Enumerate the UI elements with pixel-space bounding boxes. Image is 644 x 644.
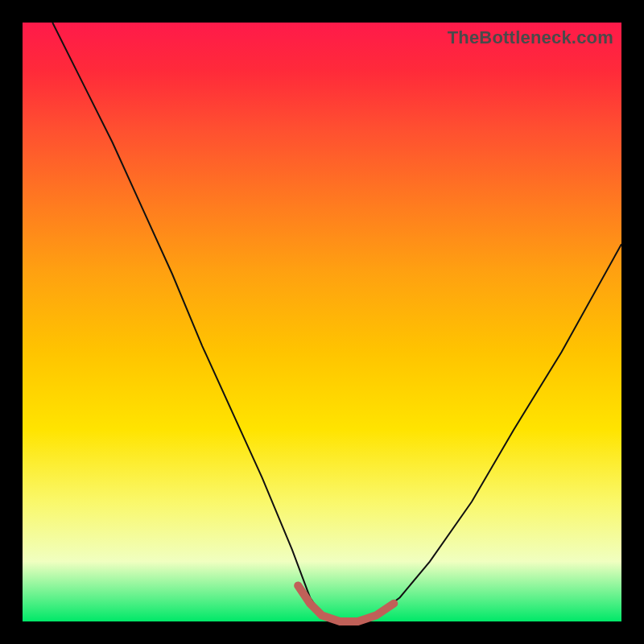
optimal-zone-line [298,585,394,621]
bottleneck-curve-line [52,23,621,621]
chart-plot-area: TheBottleneck.com [23,23,621,621]
chart-svg [23,23,621,621]
chart-frame: TheBottleneck.com [0,0,644,644]
